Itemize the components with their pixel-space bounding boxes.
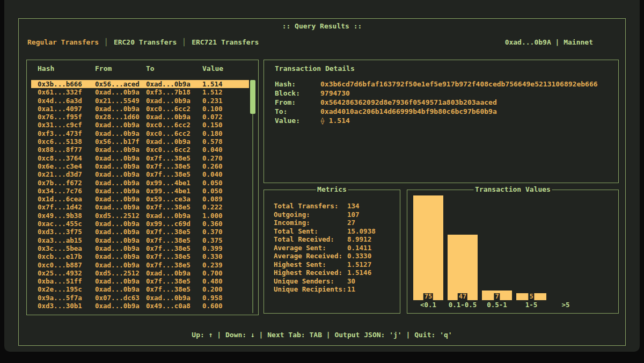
column-header-from: From [95, 64, 146, 72]
table-row[interactable]: 0x31...c9cf0xad...0b9a0xc0...6cc20.150 [31, 121, 249, 129]
cell-to: 0x7f...38e5 [146, 228, 202, 236]
cell-from: 0xad...0b9a [95, 252, 146, 260]
metrics-list: Total Transfers:134Outgoing:107Incoming:… [274, 202, 392, 294]
cell-value: 0.399 [202, 244, 249, 252]
bar-count-label: 75 [423, 293, 433, 300]
cell-hash: 0x31...c9cf [38, 121, 95, 129]
table-row[interactable]: 0x76...f95f0x28...1d600xad...0b9a0.072 [31, 113, 249, 121]
cell-to: 0x7f...38e5 [146, 285, 202, 293]
metric-label: Unique Senders: [274, 277, 347, 286]
tab-separator: │ [182, 38, 186, 46]
cell-to: 0x49...c0a8 [146, 302, 202, 310]
scrollbar-thumb[interactable] [250, 80, 255, 114]
metric-value: 0.3330 [347, 252, 371, 260]
table-row[interactable]: 0x3c...5bea0xad...0b9a0x7f...38e50.399 [31, 244, 249, 252]
cell-hash: 0x21...d3d7 [38, 170, 95, 178]
metric-value: 1.5127 [347, 260, 371, 268]
table-row[interactable]: 0xba...51ff0xad...0b9a0x7f...38e50.480 [31, 277, 249, 285]
table-row[interactable]: 0x4d...6a3d0x21...55490xad...0b9a0.231 [31, 97, 249, 105]
metric-row-outgoing: Outgoing:107 [274, 210, 392, 219]
cell-to: 0x7f...38e5 [146, 277, 202, 285]
cell-to: 0xad...0b9a [146, 137, 202, 146]
cell-from: 0xad...0b9a [95, 179, 146, 187]
cell-from: 0xad...0b9a [95, 170, 146, 178]
metric-label: Unique Recipients: [274, 285, 347, 294]
cell-value: 0.260 [202, 162, 249, 170]
detail-label: Hash: [275, 79, 320, 89]
table-row[interactable]: 0x3b...b6660x56...aced0xad...0b9a1.514 [31, 80, 249, 88]
cell-hash: 0x49...9b38 [38, 212, 95, 220]
table-row[interactable]: 0x21...d3d70xad...0b9a0x7f...38e50.040 [31, 170, 249, 178]
cell-value: 0.600 [202, 302, 249, 310]
table-row[interactable]: 0xc0...b8870xad...0b9a0x7f...38e50.239 [31, 261, 249, 269]
cell-hash: 0xd3...30b1 [38, 302, 95, 310]
cell-value: 0.040 [202, 170, 249, 178]
cell-hash: 0xcb...e17b [38, 252, 95, 260]
wallet-network-label: 0xad...0b9A | Mainnet [505, 38, 593, 46]
cell-to: 0x7f...38e5 [146, 244, 202, 252]
table-row[interactable]: 0x1d...6cea0xad...0b9a0x59...ce3a0.089 [31, 195, 249, 203]
table-row[interactable]: 0x88...8f770xad...0b9a0xc0...6cc20.040 [31, 146, 249, 154]
table-row[interactable]: 0xc6...51380x56...b17f0xad...0b9a0.578 [31, 137, 249, 146]
cell-from: 0xad...0b9a [95, 105, 146, 113]
scrollbar-track[interactable] [252, 80, 253, 313]
cell-to: 0x7f...38e5 [146, 252, 202, 260]
cell-from: 0xad...0b9a [95, 195, 146, 203]
table-row[interactable]: 0x49...9b380xd5...25120xad...0b9a1.000 [31, 212, 249, 220]
detail-value: 0x564286362092d8e7936f0549571a803b203aac… [320, 98, 497, 106]
table-row[interactable]: 0x7f...1d420xad...0b9a0x7f...38e50.222 [31, 203, 249, 211]
detail-label: Block: [275, 89, 320, 98]
metric-label: Highest Sent: [274, 260, 347, 269]
cell-value: 0.700 [202, 269, 249, 277]
app-title: :: Query Results :: [19, 22, 625, 30]
table-row[interactable]: 0xa1...40970xad...0b9a0xc0...6cc20.100 [31, 105, 249, 113]
table-row[interactable]: 0xac...455c0xad...0b9a0x99...c69d0.360 [31, 220, 249, 228]
x-tick-0-5-1: 0.5-1 [482, 301, 512, 309]
cell-hash: 0xf3...473f [38, 129, 95, 137]
cell-from: 0x07...dc63 [95, 294, 146, 302]
table-row[interactable]: 0x6e...c3e40xad...0b9a0x7f...38e50.260 [31, 162, 249, 170]
table-row[interactable]: 0xd3...3f750xad...0b9a0x7f...38e50.370 [31, 228, 249, 236]
table-row[interactable]: 0xc8...37640xad...0b9a0x7f...38e50.270 [31, 154, 249, 162]
metric-value: 107 [347, 210, 360, 219]
metric-label: Outgoing: [274, 210, 347, 219]
x-tick-0-1-0-5: 0.1-0.5 [448, 301, 478, 309]
cell-to: 0x7f...38e5 [146, 162, 202, 170]
detail-row-block: Block:9794730 [275, 89, 598, 98]
x-tick-5: >5 [551, 301, 581, 309]
metric-row-highest-sent: Highest Sent:1.5127 [274, 260, 392, 269]
table-row[interactable]: 0xd3...30b10xad...0b9a0x49...c0a80.600 [31, 302, 249, 310]
cell-from: 0xad...0b9a [95, 88, 146, 96]
table-row[interactable]: 0x9a...5f7a0x07...dc630xad...0b9a0.958 [31, 294, 249, 302]
table-row[interactable]: 0x7b...f6720xad...0b9a0x99...4be10.050 [31, 179, 249, 187]
cell-to: 0x7f...38e5 [146, 170, 202, 178]
cell-value: 0.375 [202, 236, 249, 244]
cell-value: 0.222 [202, 203, 249, 211]
table-row[interactable]: 0x2e...195c0xad...0b9a0x7f...38e50.200 [31, 285, 249, 293]
x-tick-0-1: <0.1 [413, 301, 443, 309]
table-row[interactable]: 0x34...7c760xad...0b9a0x99...4be10.050 [31, 187, 249, 195]
cell-to: 0xad...0b9a [146, 97, 202, 105]
tab-erc721-transfers[interactable]: ERC721 Transfers [192, 38, 259, 46]
table-row[interactable]: 0x61...332f0xad...0b9a0xf3...7b181.512 [31, 88, 249, 96]
cell-to: 0xf3...7b18 [146, 88, 202, 96]
metric-label: Total Sent: [274, 227, 347, 236]
transfers-table-panel: HashFromToValue 0x3b...b6660x56...aced0x… [26, 60, 259, 315]
cell-value: 0.089 [202, 195, 249, 203]
metric-label: Total Transfers: [274, 202, 347, 210]
metric-row-total-sent: Total Sent:15.0938 [274, 227, 392, 236]
table-row[interactable]: 0xa3...ab150xad...0b9a0x7f...38e50.375 [31, 236, 249, 244]
tab-regular-transfers[interactable]: Regular Transfers [27, 38, 99, 46]
table-row[interactable]: 0xcb...e17b0xad...0b9a0x7f...38e50.330 [31, 252, 249, 260]
cell-hash: 0xc0...b887 [38, 261, 95, 269]
cell-hash: 0xc8...3764 [38, 154, 95, 162]
details-panel-title: Transaction Details [275, 64, 355, 72]
column-header-hash: Hash [38, 64, 95, 72]
tab-erc20-transfers[interactable]: ERC20 Transfers [114, 38, 177, 46]
table-row[interactable]: 0xf3...473f0xad...0b9a0xc0...6cc20.180 [31, 129, 249, 137]
bar-count-label: 5 [528, 293, 534, 300]
cell-from: 0xad...0b9a [95, 187, 146, 195]
footer-help: Up: ↑ | Down: ↓ | Next Tab: TAB | Output… [19, 331, 625, 339]
cell-from: 0xad...0b9a [95, 261, 146, 269]
table-row[interactable]: 0x25...49320xd5...25120xad...0b9a0.700 [31, 269, 249, 277]
